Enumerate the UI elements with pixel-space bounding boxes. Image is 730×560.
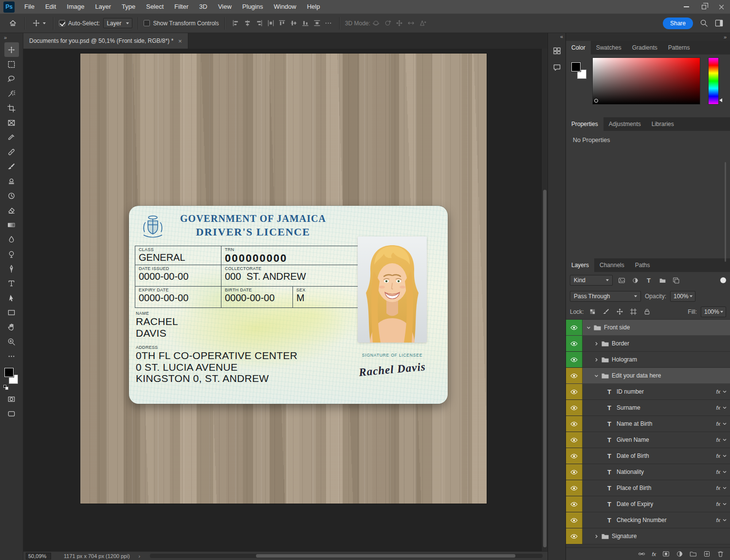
tab-adjustments[interactable]: Adjustments — [603, 117, 646, 131]
menu-select[interactable]: Select — [141, 0, 169, 14]
layout-panel-button[interactable] — [549, 43, 564, 58]
align-vertical-centers-icon[interactable] — [290, 19, 297, 27]
lock-all-button[interactable] — [642, 307, 652, 317]
tab-gradients[interactable]: Gradients — [627, 41, 663, 54]
visibility-toggle[interactable] — [566, 464, 583, 480]
object-selection-tool[interactable] — [4, 86, 19, 101]
menu-help[interactable]: Help — [302, 0, 326, 14]
brush-tool[interactable] — [4, 159, 19, 174]
blend-mode-dropdown[interactable]: Pass Through — [570, 291, 641, 302]
align-horizontal-centers-icon[interactable] — [244, 19, 251, 27]
foreground-color-swatch[interactable] — [4, 368, 14, 377]
visibility-toggle[interactable] — [566, 352, 583, 367]
layer-row-surname[interactable]: T Surname fx — [566, 400, 730, 416]
tab-patterns[interactable]: Patterns — [663, 41, 695, 54]
edit-toolbar-button[interactable] — [4, 349, 19, 363]
delete-layer-button[interactable] — [717, 550, 724, 558]
auto-select-checkbox[interactable] — [59, 20, 65, 26]
tab-libraries[interactable]: Libraries — [646, 117, 679, 131]
hand-tool[interactable] — [4, 320, 19, 334]
layer-row-given-name[interactable]: T Given Name fx — [566, 432, 730, 448]
chevron-down-icon[interactable] — [723, 518, 727, 522]
visibility-toggle[interactable] — [566, 320, 583, 335]
more-align-options-button[interactable] — [323, 18, 334, 29]
zoom-tool[interactable] — [4, 334, 19, 349]
layer-effects-badge[interactable]: fx — [716, 421, 720, 427]
workspace-switcher-icon[interactable] — [715, 19, 723, 27]
layer-row-place-of-birth[interactable]: T Place of Birth fx — [566, 480, 730, 496]
chevron-down-icon[interactable] — [594, 374, 599, 378]
foreground-color-swatch[interactable] — [571, 62, 581, 72]
canvas[interactable]: GOVERNMENT OF JAMAICA DRIVER'S LICENCE C… — [23, 49, 548, 551]
add-layer-mask-button[interactable] — [662, 550, 670, 558]
close-button[interactable] — [712, 0, 730, 14]
visibility-toggle[interactable] — [566, 384, 583, 399]
tab-close-icon[interactable]: × — [178, 37, 182, 45]
layer-row-border[interactable]: Border — [566, 336, 730, 352]
dock-collapse-icon[interactable]: » — [724, 34, 726, 40]
chevron-down-icon[interactable] — [723, 486, 727, 490]
menu-plugins[interactable]: Plugins — [237, 0, 269, 14]
frame-tool[interactable] — [4, 115, 19, 130]
align-top-edges-icon[interactable] — [278, 19, 286, 27]
crop-tool[interactable] — [4, 101, 19, 115]
zoom-level-field[interactable]: 50,09% — [26, 553, 51, 560]
align-right-edges-icon[interactable] — [256, 19, 263, 27]
rectangle-tool[interactable] — [4, 305, 19, 320]
3d-roll-icon[interactable] — [384, 19, 391, 27]
opacity-field[interactable]: 100% — [670, 291, 695, 302]
layer-effects-badge[interactable]: fx — [716, 517, 720, 523]
menu-filter[interactable]: Filter — [169, 0, 194, 14]
layer-row-edit-your-data-here[interactable]: Edit your data here — [566, 368, 730, 384]
properties-scrollbar[interactable] — [725, 162, 726, 262]
menu-file[interactable]: File — [19, 0, 40, 14]
lasso-tool[interactable] — [4, 72, 19, 86]
chevron-right-icon[interactable] — [594, 534, 599, 539]
layer-row-front-side[interactable]: Front side — [566, 320, 730, 336]
auto-select-mode-dropdown[interactable]: Layer — [103, 18, 132, 28]
pen-tool[interactable] — [4, 261, 19, 276]
visibility-toggle[interactable] — [566, 400, 583, 415]
menu-3d[interactable]: 3D — [194, 0, 213, 14]
tab-swatches[interactable]: Swatches — [591, 41, 627, 54]
minimize-button[interactable] — [677, 0, 695, 14]
layer-effects-badge[interactable]: fx — [716, 453, 720, 459]
eraser-tool[interactable] — [4, 203, 19, 217]
chevron-right-icon[interactable] — [594, 342, 599, 346]
3d-slide-icon[interactable] — [407, 19, 415, 27]
search-icon[interactable] — [700, 19, 708, 27]
layer-row-hologram[interactable]: Hologram — [566, 352, 730, 368]
filter-groups-button[interactable] — [657, 275, 667, 285]
3d-zoom-icon[interactable] — [419, 19, 426, 27]
chevron-down-icon[interactable] — [723, 390, 727, 394]
chevron-down-icon[interactable] — [723, 454, 727, 458]
spot-healing-tool[interactable] — [4, 145, 19, 159]
status-chevron-icon[interactable]: › — [139, 553, 141, 559]
chevron-down-icon[interactable] — [723, 470, 727, 474]
toolbar-collapse-icon[interactable]: » — [0, 34, 23, 42]
color-cursor[interactable] — [594, 99, 598, 103]
horizontal-scrollbar-thumb[interactable] — [256, 554, 515, 558]
distribute-vertical-icon[interactable] — [313, 19, 321, 27]
filter-type-layers-button[interactable]: T — [644, 275, 654, 285]
fill-field[interactable]: 100% — [701, 307, 726, 317]
restore-button[interactable] — [695, 0, 712, 14]
hue-slider-arrow[interactable] — [719, 98, 722, 102]
lock-pixels-button[interactable] — [602, 307, 611, 317]
dock-expand-icon[interactable]: « — [560, 33, 566, 41]
quick-mask-button[interactable] — [4, 392, 19, 406]
new-layer-button[interactable] — [703, 550, 711, 558]
layer-effects-badge[interactable]: fx — [716, 437, 720, 443]
layer-effects-badge[interactable]: fx — [716, 389, 720, 395]
layer-row-nationality[interactable]: T Nationality fx — [566, 464, 730, 480]
clone-stamp-tool[interactable] — [4, 174, 19, 188]
filter-pixel-layers-button[interactable] — [617, 275, 626, 285]
layer-filter-toggle[interactable] — [720, 277, 726, 283]
layer-row-date-of-birth[interactable]: T Date of Birth fx — [566, 448, 730, 464]
visibility-toggle[interactable] — [566, 432, 583, 448]
eyedropper-tool[interactable] — [4, 130, 19, 145]
filter-smart-objects-button[interactable] — [671, 275, 681, 285]
layer-effects-badge[interactable]: fx — [716, 485, 720, 491]
layer-row-date-of-expiry[interactable]: T Date of Expiry fx — [566, 496, 730, 512]
add-layer-style-button[interactable]: fx — [652, 551, 656, 557]
